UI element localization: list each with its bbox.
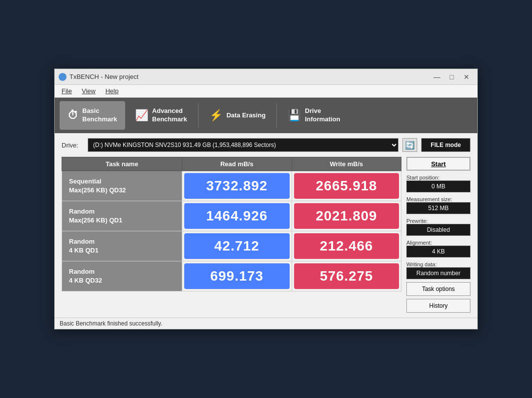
- status-bar: Basic Benchmark finished successfully.: [55, 318, 477, 329]
- drive-select[interactable]: (D:) NVMe KINGSTON SNV2S10 931.49 GB (1,…: [88, 138, 399, 152]
- write-value: 212.466: [294, 233, 399, 259]
- start-position-value: 0 MB: [406, 181, 470, 192]
- alignment-section: Alignment: 4 KB: [406, 239, 470, 257]
- write-cell: 2021.809: [292, 201, 401, 231]
- content-area: Drive: (D:) NVMe KINGSTON SNV2S10 931.49…: [55, 133, 477, 318]
- measurement-size-value: 512 MB: [406, 202, 470, 214]
- right-panel: Start Start position: 0 MB Measurement s…: [406, 157, 470, 313]
- read-cell: 1464.926: [182, 201, 292, 231]
- drive-refresh-button[interactable]: 🔄: [402, 138, 417, 152]
- task-line2: 4 KB QD32: [69, 277, 102, 284]
- task-line2: 4 KB QD1: [69, 247, 99, 254]
- drive-label: Drive:: [62, 142, 84, 149]
- col-write: Write mB/s: [292, 157, 401, 171]
- read-cell: 699.173: [182, 261, 292, 291]
- table-row: Random 4 KB QD1 42.712 212.466: [62, 231, 401, 261]
- tab-erasing-label: Data Erasing: [227, 111, 266, 120]
- history-button[interactable]: History: [406, 299, 470, 313]
- tab-info-label: DriveInformation: [305, 107, 340, 124]
- close-button[interactable]: ✕: [460, 72, 473, 82]
- task-cell: Random 4 KB QD1: [62, 231, 182, 261]
- start-button[interactable]: Start: [406, 157, 470, 171]
- write-cell: 576.275: [292, 261, 401, 291]
- file-mode-button[interactable]: FILE mode: [421, 138, 470, 152]
- title-bar: TxBENCH - New project — □ ✕: [55, 69, 477, 85]
- writing-data-label: Writing data:: [406, 261, 470, 267]
- tab-advanced-benchmark[interactable]: 📈 AdvancedBenchmark: [127, 101, 195, 130]
- task-line1: Random: [69, 208, 95, 215]
- write-value: 576.275: [294, 263, 399, 289]
- table-row: Random 4 KB QD32 699.173 576.275: [62, 261, 401, 291]
- toolbar: ⏱ BasicBenchmark 📈 AdvancedBenchmark ⚡ D…: [55, 98, 477, 133]
- task-line1: Sequential: [69, 178, 101, 185]
- tab-advanced-label: AdvancedBenchmark: [152, 107, 187, 124]
- task-cell: Sequential Max(256 KB) QD32: [62, 171, 182, 201]
- task-line2: Max(256 KB) QD32: [69, 186, 126, 194]
- write-cell: 212.466: [292, 231, 401, 261]
- read-value: 699.173: [184, 263, 289, 289]
- alignment-value: 4 KB: [406, 246, 470, 257]
- drive-info-icon: 💾: [288, 109, 301, 122]
- app-icon: [59, 73, 66, 81]
- minimize-button[interactable]: —: [430, 72, 444, 82]
- benchmark-table: Task name Read mB/s Write mB/s Sequentia…: [62, 157, 401, 291]
- start-position-section: Start position: 0 MB: [406, 174, 470, 192]
- main-window: TxBENCH - New project — □ ✕ File View He…: [54, 69, 478, 329]
- main-layout: Task name Read mB/s Write mB/s Sequentia…: [62, 157, 470, 313]
- task-line2: Max(256 KB) QD1: [69, 217, 122, 224]
- task-cell: Random Max(256 KB) QD1: [62, 201, 182, 231]
- menu-file[interactable]: File: [58, 86, 76, 96]
- read-value: 3732.892: [184, 173, 289, 199]
- menu-bar: File View Help: [55, 85, 477, 98]
- writing-data-value: Random number: [406, 267, 470, 279]
- data-erasing-icon: ⚡: [209, 109, 223, 122]
- col-read: Read mB/s: [182, 157, 292, 171]
- maximize-button[interactable]: □: [445, 72, 459, 82]
- tab-data-erasing[interactable]: ⚡ Data Erasing: [201, 101, 273, 130]
- measurement-size-section: Measurement size: 512 MB: [406, 195, 470, 214]
- task-line1: Random: [69, 238, 95, 245]
- read-cell: 42.712: [182, 231, 292, 261]
- task-line1: Random: [69, 268, 95, 275]
- write-cell: 2665.918: [292, 171, 401, 201]
- advanced-benchmark-icon: 📈: [135, 109, 148, 122]
- prewrite-label: Prewrite:: [406, 218, 470, 224]
- tab-basic-label: BasicBenchmark: [82, 107, 117, 124]
- start-position-label: Start position:: [406, 175, 470, 181]
- task-options-button[interactable]: Task options: [406, 282, 470, 296]
- window-title: TxBENCH - New project: [69, 73, 430, 80]
- toolbar-separator: [198, 103, 199, 128]
- prewrite-section: Prewrite: Disabled: [406, 217, 470, 236]
- prewrite-value: Disabled: [406, 224, 470, 236]
- toolbar-separator2: [276, 103, 277, 128]
- read-value: 1464.926: [184, 203, 289, 229]
- menu-help[interactable]: Help: [101, 86, 123, 96]
- alignment-label: Alignment:: [406, 240, 470, 246]
- tab-basic-benchmark[interactable]: ⏱ BasicBenchmark: [60, 101, 125, 130]
- benchmark-table-panel: Task name Read mB/s Write mB/s Sequentia…: [62, 157, 401, 313]
- table-row: Random Max(256 KB) QD1 1464.926 2021.809: [62, 201, 401, 231]
- writing-data-section: Writing data: Random number: [406, 260, 470, 279]
- basic-benchmark-icon: ⏱: [67, 109, 78, 122]
- measurement-size-label: Measurement size:: [406, 196, 470, 202]
- menu-view[interactable]: View: [78, 86, 100, 96]
- tab-drive-info[interactable]: 💾 DriveInformation: [280, 101, 348, 130]
- write-value: 2021.809: [294, 203, 399, 229]
- read-value: 42.712: [184, 233, 289, 259]
- window-controls: — □ ✕: [430, 72, 473, 82]
- table-row: Sequential Max(256 KB) QD32 3732.892 266…: [62, 171, 401, 201]
- write-value: 2665.918: [294, 173, 399, 199]
- col-task: Task name: [62, 157, 182, 171]
- read-cell: 3732.892: [182, 171, 292, 201]
- status-text: Basic Benchmark finished successfully.: [60, 320, 163, 327]
- drive-row: Drive: (D:) NVMe KINGSTON SNV2S10 931.49…: [62, 138, 470, 152]
- task-cell: Random 4 KB QD32: [62, 261, 182, 291]
